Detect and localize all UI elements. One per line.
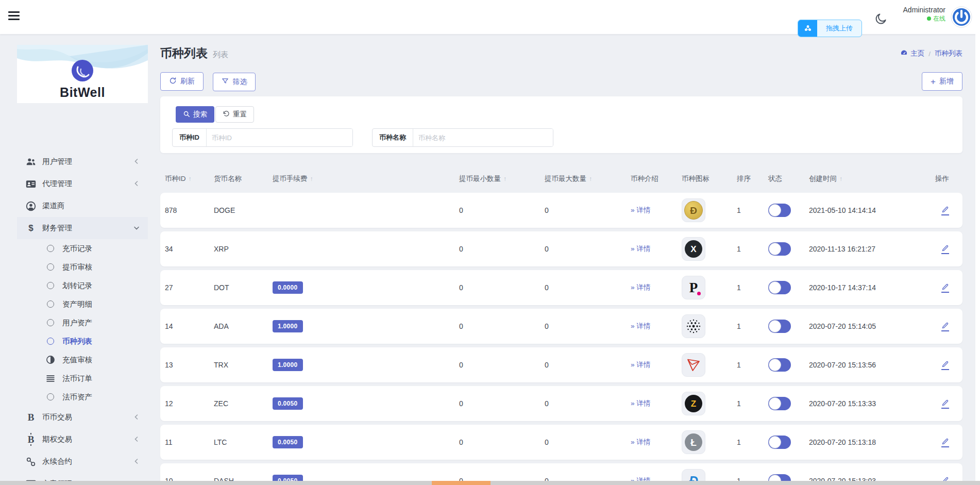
sidebar-item[interactable]: 划转记录	[17, 276, 148, 295]
reset-button[interactable]: 重置	[215, 106, 254, 123]
breadcrumb-home-link[interactable]: 主页	[900, 49, 924, 58]
bitcoin-icon: B	[24, 434, 38, 444]
sidebar-item[interactable]: 提币审核	[17, 258, 148, 276]
sidebar-item-label: 充币记录	[62, 244, 92, 254]
detail-cell: » 详情	[631, 283, 682, 292]
funnel-icon	[222, 77, 229, 86]
sidebar-item[interactable]: 用户管理	[17, 150, 148, 173]
operation-cell	[935, 399, 962, 409]
max-withdraw-cell: 0	[545, 399, 631, 408]
sidebar-item[interactable]: 用户资产	[17, 313, 148, 332]
sidebar-item[interactable]: 渠道商	[17, 195, 148, 217]
min-withdraw-cell: 0	[459, 361, 545, 369]
sidebar: BitWell 用户管理代理管理渠道商$财务管理充币记录提币审核划转记录资产明细…	[17, 45, 148, 485]
edit-button[interactable]	[941, 322, 949, 331]
doge-coin-icon: Ð	[682, 198, 705, 222]
detail-link[interactable]: » 详情	[631, 438, 650, 446]
coin-name-label: 币种名称	[373, 129, 413, 146]
sidebar-item-label: 永续合约	[42, 457, 72, 466]
brand-name: BitWell	[17, 85, 148, 100]
coin-name-field-group: 币种名称	[372, 128, 553, 147]
coin-name-cell: LTC	[214, 438, 273, 446]
sidebar-item[interactable]: B期权交易	[17, 428, 148, 450]
status-toggle[interactable]	[768, 320, 791, 333]
column-header[interactable]: 提币手续费↑	[273, 174, 459, 183]
detail-link[interactable]: » 详情	[631, 361, 650, 369]
add-button[interactable]: + 新增	[922, 72, 962, 91]
sidebar-item[interactable]: B币币交易	[17, 406, 148, 428]
toolbar: 刷新 筛选 + 新增	[160, 72, 962, 91]
hamburger-menu-icon[interactable]	[8, 11, 22, 23]
column-header: 币种介绍	[631, 174, 682, 183]
column-header[interactable]: 提币最小数量↑	[459, 174, 545, 183]
user-menu[interactable]: Administrator 在线	[894, 5, 945, 23]
coin-name-input[interactable]	[413, 129, 553, 146]
column-header[interactable]: 提币最大数量↑	[545, 174, 631, 183]
ltc-coin-icon: Ł	[682, 430, 705, 454]
status-cell	[768, 436, 809, 449]
drag-upload-button[interactable]: 拖拽上传	[798, 20, 862, 37]
sidebar-item[interactable]: 永续合约	[17, 450, 148, 473]
refresh-button[interactable]: 刷新	[160, 72, 204, 91]
column-header: 排序	[737, 174, 768, 183]
status-toggle[interactable]	[768, 242, 791, 256]
status-toggle[interactable]	[768, 358, 791, 372]
edit-button[interactable]	[941, 360, 949, 370]
dark-mode-moon-icon[interactable]	[874, 12, 888, 25]
search-button[interactable]: 搜索	[176, 106, 214, 123]
sidebar-item[interactable]: 法币订单	[17, 369, 148, 388]
detail-link[interactable]: » 详情	[631, 399, 650, 407]
coin-id-field-group: 币种ID	[172, 128, 353, 147]
detail-link[interactable]: » 详情	[631, 245, 650, 253]
column-header-label: 创建时间	[809, 174, 837, 183]
radio-icon	[45, 263, 56, 271]
coin-icon-cell: Ð	[682, 198, 737, 222]
sidebar-item[interactable]: 代理管理	[17, 173, 148, 195]
link-icon	[24, 457, 38, 467]
status-cell	[768, 320, 809, 333]
dashboard-icon	[900, 49, 908, 58]
radio-icon	[45, 393, 56, 400]
column-header-label: 排序	[737, 174, 751, 183]
sidebar-item[interactable]: $财务管理	[17, 217, 148, 239]
sidebar-item[interactable]: 充值审核	[17, 350, 148, 369]
sort-arrow-icon: ↑	[310, 175, 313, 182]
status-toggle[interactable]	[768, 204, 791, 217]
detail-link[interactable]: » 详情	[631, 322, 650, 330]
column-header[interactable]: 币种ID↑	[160, 174, 214, 183]
detail-link[interactable]: » 详情	[631, 206, 650, 214]
avatar[interactable]	[951, 6, 972, 28]
column-header[interactable]: 创建时间↑	[809, 174, 935, 183]
detail-link[interactable]: » 详情	[631, 283, 650, 291]
status-toggle[interactable]	[768, 281, 791, 294]
coin-name-cell: TRX	[214, 361, 273, 369]
created-time-cell: 2020-07-20 15:14:05	[809, 322, 935, 330]
filter-button[interactable]: 筛选	[213, 73, 256, 91]
edit-button[interactable]	[941, 399, 949, 409]
vertical-scrollbar-track	[975, 0, 980, 485]
sidebar-item[interactable]: 充币记录	[17, 239, 148, 258]
sidebar-item[interactable]: 币种列表	[17, 332, 148, 350]
search-icon	[183, 110, 190, 119]
edit-button[interactable]	[941, 438, 949, 447]
fee-cell: 0.0000	[273, 281, 459, 294]
max-withdraw-cell: 0	[545, 438, 631, 446]
created-time-cell: 2020-07-20 15:13:56	[809, 361, 935, 369]
horizontal-scrollbar-thumb[interactable]	[432, 481, 491, 485]
edit-button[interactable]	[941, 244, 949, 254]
fee-cell: 0.0050	[273, 436, 459, 448]
operation-cell	[935, 244, 962, 254]
sidebar-item[interactable]: 法币资产	[17, 388, 148, 406]
edit-button[interactable]	[941, 206, 949, 215]
max-withdraw-cell: 0	[545, 322, 631, 330]
coin-id-cell: 12	[160, 399, 214, 408]
status-toggle[interactable]	[768, 436, 791, 449]
coin-icon-cell: Z	[682, 392, 737, 415]
sidebar-item[interactable]: 资产明细	[17, 295, 148, 313]
column-header-label: 提币最小数量	[459, 174, 501, 183]
status-toggle[interactable]	[768, 397, 791, 410]
fee-badge: 1.0000	[273, 320, 303, 332]
coin-id-input[interactable]	[207, 129, 352, 146]
coin-icon-cell	[682, 314, 737, 338]
edit-button[interactable]	[941, 283, 949, 293]
